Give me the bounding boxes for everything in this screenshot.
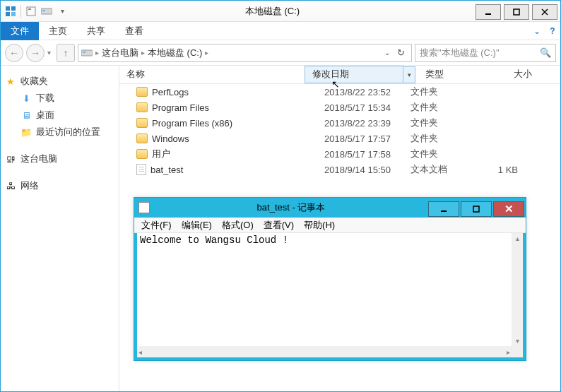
folder-icon [136,133,148,143]
system-menu-icon[interactable] [4,4,18,18]
folder-icon [136,149,148,159]
ribbon-expand-icon[interactable]: ⌄ [529,26,545,36]
nav-up-button[interactable]: ↑ [57,44,75,62]
nav-forward-button[interactable]: → [26,44,45,62]
breadcrumb-drive-icon [81,47,93,59]
table-row[interactable]: Program Files (x86)2013/8/22 23:39文件夹 [119,115,560,131]
notepad-menu-format[interactable]: 格式(O) [218,219,258,232]
notepad-scrollbar-horizontal[interactable]: ◂▸ [137,346,523,357]
svg-rect-2 [6,12,10,16]
explorer-window-controls [476,3,560,20]
table-row[interactable]: PerfLogs2013/8/22 23:52文件夹 [119,84,560,100]
file-list-rows: PerfLogs2013/8/22 23:52文件夹Program Files2… [119,84,560,177]
notepad-minimize-button[interactable] [428,201,459,217]
nav-this-pc-label: 这台电脑 [20,153,57,165]
file-date: 2018/5/17 17:58 [305,149,403,160]
notepad-close-button[interactable]: ✕ [493,201,524,217]
notepad-maximize-button[interactable] [461,201,492,217]
drive-icon[interactable] [40,4,54,18]
table-row[interactable]: 用户2018/5/17 17:58文件夹 [119,146,560,162]
file-name: Program Files [152,102,209,113]
svg-rect-1 [11,6,16,11]
file-date: 2018/5/17 17:57 [305,133,403,144]
ribbon-tab-view[interactable]: 查看 [115,22,153,40]
svg-rect-3 [11,12,16,16]
nav-recent-label: 最近访问的位置 [36,126,100,138]
notepad-menu-help[interactable]: 帮助(H) [300,219,339,232]
network-icon: 🖧 [5,180,16,191]
breadcrumb-drive[interactable]: 本地磁盘 (C:) [148,47,202,59]
notepad-menu-view[interactable]: 查看(V) [259,219,298,232]
explorer-titlebar: ▾ 本地磁盘 (C:) [1,1,560,22]
nav-favorites-label: 收藏夹 [20,75,48,88]
table-row[interactable]: Windows2018/5/17 17:57文件夹 [119,131,560,146]
notepad-app-icon [138,202,150,213]
column-date[interactable]: 修改日期 ▾ [305,66,403,83]
svg-rect-9 [514,9,519,15]
nav-desktop[interactable]: 🖥 桌面 [5,107,114,124]
chevron-right-icon[interactable]: ▸ [205,49,208,57]
scroll-down-icon[interactable]: ▾ [516,337,519,345]
table-row[interactable]: Program Files2018/5/17 15:34文件夹 [119,100,560,115]
navigation-pane: ★ 收藏夹 ⬇ 下载 🖥 桌面 📁 最近访问的位置 🖳 这台电脑 [1,66,119,391]
notepad-titlebar[interactable]: bat_test - 记事本 ✕ [134,198,526,218]
qat-overflow-icon[interactable]: ▾ [55,4,69,18]
nav-back-button[interactable]: ← [5,44,23,62]
file-type: 文件夹 [403,132,468,145]
refresh-icon[interactable]: ↻ [393,47,408,58]
nav-this-pc[interactable]: 🖳 这台电脑 [5,150,114,167]
file-name: Program Files (x86) [152,118,232,129]
column-type[interactable]: 类型 [418,66,483,83]
maximize-button[interactable] [504,4,529,20]
ribbon-tab-share[interactable]: 共享 [77,22,115,40]
file-date: 2013/8/22 23:52 [305,87,403,97]
notepad-window-controls: ✕ [428,199,526,217]
scroll-right-icon[interactable]: ▸ [507,348,510,356]
scroll-up-icon[interactable]: ▴ [516,234,519,242]
svg-rect-5 [28,8,31,10]
notepad-text-area[interactable]: Welcome to Wangsu Cloud ! [137,233,523,357]
nav-downloads-label: 下载 [36,92,54,105]
nav-history-icon[interactable]: ▾ [47,49,51,57]
file-type: 文件夹 [403,85,468,98]
computer-icon: 🖳 [5,153,16,165]
file-name: Windows [152,133,189,144]
column-date-filter-icon[interactable]: ▾ [403,66,415,83]
properties-icon[interactable] [24,4,38,18]
file-list-header: 名称 修改日期 ▾ 类型 大小 [119,66,560,84]
table-row[interactable]: bat_test2018/9/14 15:50文本文档1 KB [119,162,560,177]
address-dropdown-icon[interactable]: ⌄ [384,49,390,57]
breadcrumb[interactable]: ▸ 这台电脑 ▸ 本地磁盘 (C:) ▸ ⌄ ↻ [78,44,412,62]
ribbon: 文件 主页 共享 查看 ⌄ ? [1,22,560,40]
column-name[interactable]: 名称 [119,66,305,83]
notepad-menu-edit[interactable]: 编辑(E) [177,219,216,232]
explorer-window: ▾ 本地磁盘 (C:) 文件 主页 共享 查看 ⌄ ? ← → ▾ ↑ ▸ 这台… [0,0,561,392]
nav-network[interactable]: 🖧 网络 [5,177,114,194]
chevron-right-icon[interactable]: ▸ [141,49,145,57]
notepad-window: bat_test - 记事本 ✕ 文件(F) 编辑(E) 格式(O) 查看(V)… [134,197,526,361]
column-date-label: 修改日期 [312,69,349,81]
ribbon-tab-home[interactable]: 主页 [39,22,77,40]
nav-recent[interactable]: 📁 最近访问的位置 [5,124,114,141]
file-name: 用户 [152,148,170,160]
address-bar: ← → ▾ ↑ ▸ 这台电脑 ▸ 本地磁盘 (C:) ▸ ⌄ ↻ 搜索"本地磁盘… [1,40,560,66]
minimize-button[interactable] [476,4,501,20]
nav-favorites[interactable]: ★ 收藏夹 [5,73,114,90]
column-size[interactable]: 大小 [483,66,540,83]
breadcrumb-root[interactable]: 这台电脑 [102,47,138,59]
nav-desktop-label: 桌面 [36,109,54,121]
file-type: 文件夹 [403,148,468,160]
file-type: 文本文档 [403,163,468,176]
file-name: bat_test [150,165,183,175]
nav-downloads[interactable]: ⬇ 下载 [5,90,114,107]
help-icon[interactable]: ? [545,26,560,36]
scroll-left-icon[interactable]: ◂ [138,348,142,356]
close-button[interactable] [532,4,557,20]
explorer-title: 本地磁盘 (C:) [69,5,476,18]
search-input[interactable]: 搜索"本地磁盘 (C:)" 🔍 [415,44,556,62]
nav-network-label: 网络 [20,179,39,192]
notepad-scrollbar-vertical[interactable]: ▴▾ [512,233,523,346]
chevron-right-icon[interactable]: ▸ [95,49,99,57]
notepad-menu-file[interactable]: 文件(F) [137,219,176,232]
ribbon-tab-file[interactable]: 文件 [1,22,39,40]
